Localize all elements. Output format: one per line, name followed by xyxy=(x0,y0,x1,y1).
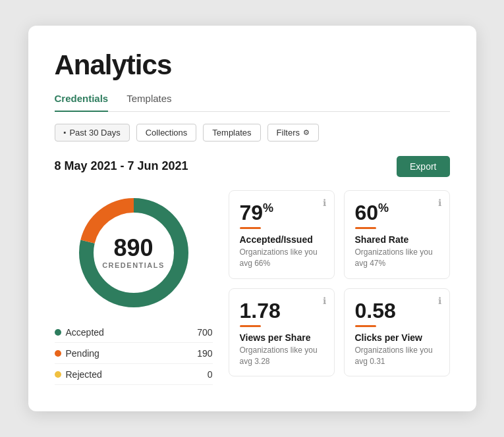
orange-line-2 xyxy=(355,227,376,229)
stat-card-shared-rate: ℹ 60% Shared Rate Organizations like you… xyxy=(344,190,450,279)
date-range-label: 8 May 2021 - 7 Jun 2021 xyxy=(55,159,188,173)
filter-filters[interactable]: Filters ⚙ xyxy=(267,124,319,141)
filter-date-range[interactable]: ▪ Past 30 Days xyxy=(55,124,130,141)
legend-value-rejected: 0 xyxy=(208,369,213,380)
legend-dot-accepted xyxy=(55,329,61,336)
stat-value-1: 79% xyxy=(240,201,323,224)
legend-value-pending: 190 xyxy=(197,348,212,359)
filter-bar: ▪ Past 30 Days Collections Templates Fil… xyxy=(55,124,450,141)
stat-title-3: Views per Share xyxy=(240,332,323,343)
page-title: Analytics xyxy=(55,49,450,81)
main-content: 890 CREDENTIALS Accepted 700 Pending xyxy=(55,190,450,385)
stat-subtitle-2: Organizations like you avg 47% xyxy=(355,247,439,269)
analytics-card: Analytics Credentials Templates ▪ Past 3… xyxy=(28,26,476,411)
stat-subtitle-1: Organizations like you avg 66% xyxy=(240,247,323,269)
stat-card-views-per-share: ℹ 1.78 Views per Share Organizations lik… xyxy=(229,288,335,377)
stat-card-clicks-per-view: ℹ 0.58 Clicks per View Organizations lik… xyxy=(344,288,450,377)
orange-line-3 xyxy=(240,325,261,327)
legend: Accepted 700 Pending 190 Rejected xyxy=(55,327,213,385)
stat-card-accepted-issued: ℹ 79% Accepted/Issued Organizations like… xyxy=(229,190,335,279)
tab-credentials[interactable]: Credentials xyxy=(55,93,109,112)
donut-total: 890 xyxy=(102,236,165,260)
stat-subtitle-4: Organizations like you avg 0.31 xyxy=(355,345,439,367)
stat-subtitle-3: Organizations like you avg 3.28 xyxy=(240,345,323,367)
left-section: 890 CREDENTIALS Accepted 700 Pending xyxy=(55,190,213,385)
stat-title-1: Accepted/Issued xyxy=(240,234,323,245)
filter-templates[interactable]: Templates xyxy=(203,124,260,141)
tab-templates[interactable]: Templates xyxy=(126,93,171,112)
orange-line-4 xyxy=(355,325,376,327)
stat-value-4: 0.58 xyxy=(355,299,439,322)
legend-dot-pending xyxy=(55,350,61,357)
filter-collections[interactable]: Collections xyxy=(136,124,197,141)
date-export-row: 8 May 2021 - 7 Jun 2021 Export xyxy=(55,156,450,177)
stat-value-2: 60% xyxy=(355,201,439,224)
info-icon-3[interactable]: ℹ xyxy=(323,296,326,306)
legend-pending: Pending 190 xyxy=(55,348,213,364)
legend-value-accepted: 700 xyxy=(197,327,212,338)
stat-value-3: 1.78 xyxy=(240,299,323,322)
stats-grid: ℹ 79% Accepted/Issued Organizations like… xyxy=(229,190,450,377)
calendar-icon: ▪ xyxy=(64,128,67,136)
info-icon-4[interactable]: ℹ xyxy=(438,296,441,306)
orange-line-1 xyxy=(240,227,261,229)
donut-chart: 890 CREDENTIALS xyxy=(71,190,196,315)
settings-icon: ⚙ xyxy=(303,128,310,137)
tab-bar: Credentials Templates xyxy=(55,93,450,112)
info-icon-1[interactable]: ℹ xyxy=(323,197,326,208)
legend-dot-rejected xyxy=(55,371,61,378)
donut-center: 890 CREDENTIALS xyxy=(102,236,165,269)
donut-label: CREDENTIALS xyxy=(102,261,165,269)
stat-title-4: Clicks per View xyxy=(355,332,439,343)
export-button[interactable]: Export xyxy=(397,156,449,177)
legend-accepted: Accepted 700 xyxy=(55,327,213,343)
legend-rejected: Rejected 0 xyxy=(55,369,213,385)
stat-title-2: Shared Rate xyxy=(355,234,439,245)
info-icon-2[interactable]: ℹ xyxy=(438,197,441,208)
